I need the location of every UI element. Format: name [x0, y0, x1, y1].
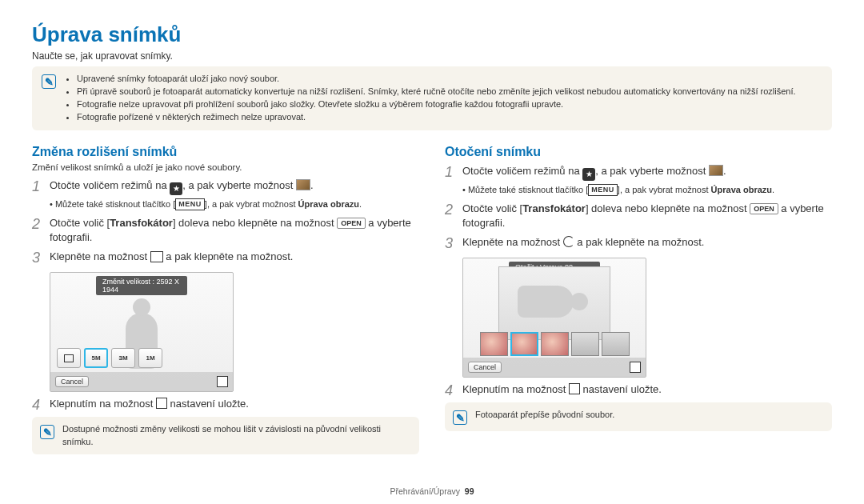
step-4: 4 Klepnutím na možnost nastavení uložte. [445, 382, 832, 400]
mode-dial-icon: ★ [582, 168, 595, 181]
resize-option[interactable] [57, 348, 81, 368]
mock-bottom-bar: Cancel [50, 372, 233, 391]
step-2: 2 Otočte volič [Transfokátor] doleva neb… [445, 202, 832, 230]
step-body: Klepněte na možnost a pak klepněte na mo… [462, 235, 704, 253]
step-number: 2 [445, 202, 456, 230]
resize-options-row: 5M 3M 1M [57, 346, 226, 370]
step-3: 3 Klepněte na možnost a pak klepněte na … [32, 250, 419, 267]
rotate-thumb[interactable] [602, 332, 630, 356]
rotate-thumbs-row [463, 332, 646, 358]
note-icon: ✎ [40, 425, 54, 439]
rotate-note-text: Fotoaparát přepíše původní soubor. [475, 409, 614, 421]
save-icon [569, 383, 580, 394]
rotate-thumb[interactable] [541, 332, 569, 356]
resize-note-box: ✎ Dostupné možnosti změny velikosti se m… [32, 417, 419, 454]
step-4: 4 Klepnutím na možnost nastavení uložte. [32, 397, 419, 414]
right-column: Otočení snímku 1 Otočte voličem režimů n… [445, 138, 832, 462]
rotate-note-box: ✎ Fotoaparát přepíše původní soubor. [445, 402, 832, 431]
save-icon[interactable] [630, 362, 641, 373]
step-body: Otočte voličem režimů na ★, a pak vybert… [462, 164, 726, 182]
step-number: 4 [445, 382, 456, 400]
step-1-sub: Můžete také stisknout tlačítko [MENU], a… [50, 198, 419, 210]
note-icon: ✎ [453, 410, 467, 425]
note-icon: ✎ [42, 74, 56, 89]
menu-button-label: MENU [175, 198, 205, 210]
mode-dial-icon: ★ [170, 182, 182, 195]
top-note-list: Upravené snímky fotoaparát uloží jako no… [64, 73, 796, 124]
save-icon[interactable] [217, 376, 228, 387]
intro-text: Naučte se, jak upravovat snímky. [32, 50, 832, 62]
step-body: Klepnutím na možnost nastavení uložte. [50, 397, 249, 414]
step-body: Otočte volič [Transfokátor] doleva nebo … [462, 202, 832, 230]
gallery-thumb-icon [709, 165, 723, 176]
step-number: 1 [32, 178, 43, 196]
resize-option[interactable]: 3M [111, 348, 135, 368]
step-1: 1 Otočte voličem režimů na ★, a pak vybe… [445, 164, 832, 182]
rotate-thumb-selected[interactable] [510, 332, 538, 356]
step-1: 1 Otočte voličem režimů na ★, a pak vybe… [32, 178, 419, 196]
step-body: Otočte voličem režimů na ★, a pak vybert… [50, 178, 314, 196]
mock-bottom-bar: Cancel [463, 358, 646, 377]
step-body: Otočte volič [Transfokátor] doleva nebo … [50, 216, 419, 245]
page-footer: Přehrávání/Úpravy 99 [0, 486, 864, 496]
resize-mock-screen: Změnit velikost : 2592 X 1944 5M 3M 1M C… [50, 272, 234, 392]
rotate-mock-screen: Otočit : Vpravo 90 stupňů Cancel [462, 258, 646, 378]
resize-desc: Změní velikost snímků a uloží je jako no… [32, 162, 419, 172]
step-3: 3 Klepněte na možnost a pak klepněte na … [445, 235, 832, 253]
step-1-sub: Můžete také stisknout tlačítko [MENU], a… [462, 184, 832, 196]
section-title-rotate: Otočení snímku [445, 145, 832, 159]
step-body: Klepněte na možnost a pak klepněte na mo… [50, 250, 293, 267]
top-note-box: ✎ Upravené snímky fotoaparát uloží jako … [32, 66, 832, 130]
mock-label: Změnit velikost : 2592 X 1944 [96, 276, 187, 295]
rotate-thumb[interactable] [480, 332, 508, 356]
rotate-icon [563, 236, 574, 247]
save-icon [156, 398, 167, 409]
open-button-label: OPEN [750, 203, 778, 215]
gallery-thumb-icon [296, 179, 310, 190]
step-number: 4 [32, 397, 43, 414]
resize-option-selected[interactable]: 5M [84, 348, 108, 368]
cancel-button[interactable]: Cancel [55, 376, 89, 387]
footer-section: Přehrávání/Úpravy [390, 486, 460, 496]
resize-option[interactable]: 1M [138, 348, 162, 368]
mock-center-photo [498, 266, 610, 340]
step-number: 1 [445, 164, 456, 182]
cancel-button[interactable]: Cancel [468, 362, 502, 373]
section-title-resize: Změna rozlišení snímků [32, 145, 419, 159]
note-item: Fotografie nelze upravovat při prohlížen… [77, 98, 796, 111]
left-column: Změna rozlišení snímků Změní velikost sn… [32, 138, 419, 462]
open-button-label: OPEN [337, 218, 366, 230]
step-number: 3 [32, 250, 43, 267]
note-item: Při úpravě souborů je fotoaparát automat… [77, 86, 796, 98]
step-2: 2 Otočte volič [Transfokátor] doleva neb… [32, 216, 419, 245]
note-item: Upravené snímky fotoaparát uloží jako no… [77, 73, 796, 86]
page-title: Úprava snímků [32, 22, 832, 47]
page-number: 99 [465, 486, 474, 496]
resize-note-text: Dostupné možnosti změny velikosti se moh… [62, 423, 411, 448]
note-item: Fotografie pořízené v některých režimech… [77, 111, 796, 124]
menu-button-label: MENU [588, 184, 618, 196]
rotate-thumb[interactable] [571, 332, 599, 356]
step-number: 3 [445, 235, 456, 253]
step-number: 2 [32, 216, 43, 245]
resize-icon [150, 251, 163, 262]
step-body: Klepnutím na možnost nastavení uložte. [462, 382, 662, 400]
